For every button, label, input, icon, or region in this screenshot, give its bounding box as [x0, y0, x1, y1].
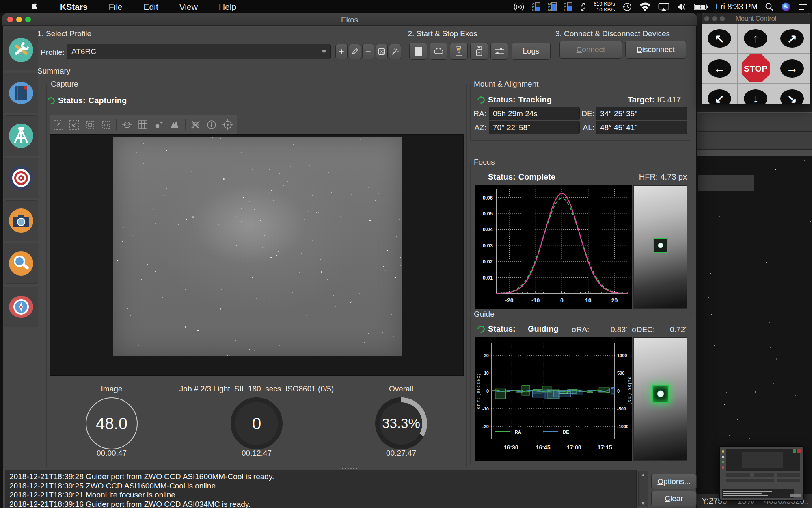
- devices-button[interactable]: [470, 43, 488, 60]
- notification-center-icon[interactable]: [798, 3, 808, 11]
- star: [775, 395, 775, 396]
- sidebar-module-guide[interactable]: [4, 287, 38, 327]
- star: [373, 328, 374, 328]
- add-profile-button[interactable]: +: [335, 44, 348, 59]
- star: [729, 435, 730, 436]
- log-scrollbar[interactable]: ▲ ▼: [638, 471, 648, 507]
- star: [317, 242, 317, 243]
- sidebar-module-mount[interactable]: [4, 115, 38, 156]
- app-menu-kstars[interactable]: KStars: [60, 2, 88, 12]
- ssd-meter[interactable]: SSD: [564, 2, 572, 11]
- ekos-titlebar[interactable]: Ekos: [2, 13, 697, 26]
- menu-item-help[interactable]: Help: [219, 2, 236, 12]
- indi-control-panel-button[interactable]: [450, 43, 468, 60]
- custom-drivers-button[interactable]: [376, 44, 388, 59]
- mini-preview-window[interactable]: [719, 446, 804, 501]
- star: [241, 208, 242, 209]
- remove-profile-button[interactable]: −: [362, 44, 374, 59]
- zoom-out-button[interactable]: [69, 118, 80, 132]
- menu-item-file[interactable]: File: [109, 2, 123, 12]
- sidebar-module-setup[interactable]: [4, 30, 38, 70]
- star: [123, 137, 123, 138]
- svg-text:drift (arcsec): drift (arcsec): [476, 373, 481, 409]
- actual-size-button[interactable]: [100, 118, 112, 132]
- clear-button[interactable]: Clear: [651, 491, 697, 506]
- profile-wizard-button[interactable]: [389, 44, 401, 59]
- star: [373, 266, 373, 267]
- star: [333, 325, 333, 325]
- star: [114, 343, 115, 343]
- time-machine-icon[interactable]: [622, 2, 632, 12]
- slew-southwest-button[interactable]: ↙: [702, 84, 738, 104]
- star: [227, 320, 227, 320]
- zoom-fit-button[interactable]: [84, 118, 96, 132]
- hfr-label: HFR:: [639, 172, 658, 182]
- broadcast-icon[interactable]: [513, 2, 525, 11]
- sidebar-module-focus[interactable]: [4, 243, 38, 284]
- star: [402, 304, 402, 305]
- sliders-icon: [494, 46, 505, 56]
- ekos-options-button[interactable]: [490, 43, 508, 60]
- edit-profile-button[interactable]: [349, 44, 361, 59]
- wifi-icon[interactable]: [639, 2, 651, 11]
- stop-button[interactable]: STOP: [738, 54, 774, 84]
- star: [153, 209, 154, 210]
- battery-icon[interactable]: [694, 3, 708, 11]
- apple-menu-icon[interactable]: [32, 2, 39, 11]
- star: [350, 302, 351, 303]
- scroll-down-icon[interactable]: ▼: [639, 501, 648, 506]
- menu-item-edit[interactable]: Edit: [144, 2, 158, 12]
- disconnect-button[interactable]: Disconnect: [625, 41, 686, 59]
- star: [700, 483, 700, 484]
- star: [256, 298, 257, 299]
- mem-meter[interactable]: MEM: [548, 2, 557, 11]
- slew-southeast-button[interactable]: ↘: [774, 84, 810, 104]
- spotlight-icon[interactable]: [765, 2, 774, 11]
- stop-ekos-button[interactable]: [409, 43, 427, 60]
- star: [327, 279, 328, 280]
- histogram-button[interactable]: [169, 118, 180, 132]
- network-speed-text[interactable]: 619 KB/s 10 KB/s: [594, 1, 615, 13]
- star: [348, 226, 349, 226]
- slew-northwest-button[interactable]: ↖: [702, 24, 738, 54]
- sidebar-module-capture[interactable]: [4, 200, 38, 241]
- star: [376, 286, 376, 287]
- slew-north-button[interactable]: ↑: [738, 24, 774, 54]
- menu-item-view[interactable]: View: [179, 2, 198, 12]
- svg-text:20: 20: [611, 297, 618, 304]
- airplay-icon[interactable]: [658, 3, 669, 11]
- menu-clock[interactable]: Fri 8:33 PM: [716, 2, 758, 11]
- job-progress-value: 0: [252, 415, 261, 433]
- overlay-lines-toggle-button[interactable]: [190, 118, 201, 132]
- slew-northeast-button[interactable]: ↗: [774, 24, 810, 54]
- logs-button[interactable]: Logs: [512, 43, 551, 60]
- grid-toggle-button[interactable]: [137, 118, 149, 132]
- slew-south-button[interactable]: ↓: [738, 84, 774, 104]
- options-button[interactable]: Options...: [651, 474, 697, 489]
- cpu-meter[interactable]: CPU: [532, 2, 541, 11]
- slew-east-button[interactable]: →: [774, 54, 810, 84]
- volume-icon[interactable]: [677, 3, 687, 11]
- siri-icon[interactable]: [781, 2, 791, 12]
- profile-combobox[interactable]: AT6RC: [67, 44, 331, 59]
- network-arrows-icon[interactable]: [580, 2, 586, 11]
- svg-text:0.04: 0.04: [483, 226, 493, 232]
- arrow-icon: ←: [708, 59, 731, 78]
- center-telescope-button[interactable]: [222, 118, 234, 132]
- crosshair-toggle-button[interactable]: [121, 118, 133, 132]
- star: [318, 212, 319, 213]
- star-detect-toggle-button[interactable]: [153, 118, 164, 132]
- info-overlay-button[interactable]: [206, 118, 217, 132]
- scroll-up-icon[interactable]: ▲: [639, 472, 648, 477]
- focus-group-title: Focus: [472, 158, 497, 167]
- tab-summary[interactable]: Summary: [37, 67, 70, 76]
- slew-west-button[interactable]: ←: [702, 54, 738, 84]
- connect-button[interactable]: Connect: [559, 41, 622, 59]
- star: [191, 335, 192, 335]
- ekos-live-stacking-button[interactable]: [430, 43, 447, 60]
- sidebar-module-scheduler[interactable]: [4, 73, 38, 113]
- zoom-in-button[interactable]: [53, 118, 64, 132]
- star: [316, 212, 317, 213]
- sidebar-module-align[interactable]: [4, 158, 38, 198]
- mount-control-titlebar[interactable]: Mount Control: [702, 13, 810, 24]
